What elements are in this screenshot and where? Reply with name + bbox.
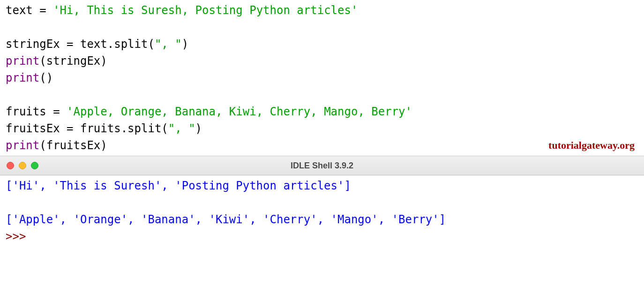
assign-op: = [33, 4, 53, 17]
string-literal: ", " [155, 38, 182, 51]
variable-name: fruitsEx [6, 122, 60, 135]
window-titlebar[interactable]: IDLE Shell 3.9.2 [0, 156, 644, 175]
close-icon[interactable] [7, 162, 14, 169]
string-literal: 'Hi, This is Suresh, Posting Python arti… [53, 4, 358, 17]
string-literal: ", " [168, 122, 195, 135]
assign-op: = [60, 38, 80, 51]
assign-op: = [46, 105, 67, 118]
variable-name: text [6, 4, 33, 17]
maximize-icon[interactable] [31, 162, 38, 169]
shell-output-blank [6, 194, 638, 211]
code-editor[interactable]: text = 'Hi, This is Suresh, Posting Pyth… [0, 0, 644, 156]
arg: fruitsEx [46, 139, 101, 152]
arg: stringEx [46, 54, 101, 68]
open-paren: ( [39, 139, 46, 152]
close-paren: ) [100, 54, 107, 68]
variable-name: fruits [6, 105, 46, 118]
variable-name: stringEx [6, 38, 60, 51]
print-builtin: print [6, 54, 39, 68]
string-literal: 'Apple, Orange, Banana, Kiwi, Cherry, Ma… [67, 105, 412, 118]
empty-parens: () [39, 71, 53, 84]
code-line-3: stringEx = text.split(", ") [6, 36, 638, 53]
code-line-7: fruits = 'Apple, Orange, Banana, Kiwi, C… [6, 103, 638, 120]
shell-prompt[interactable]: >>> [6, 228, 638, 245]
window-title: IDLE Shell 3.9.2 [0, 159, 644, 172]
shell-output-line: ['Apple', 'Orange', 'Banana', 'Kiwi', 'C… [6, 211, 638, 228]
close-paren: ) [195, 122, 202, 135]
minimize-icon[interactable] [19, 162, 26, 169]
close-paren: ) [100, 139, 107, 152]
shell-output[interactable]: ['Hi', 'This is Suresh', 'Posting Python… [0, 175, 644, 247]
code-line-8: fruitsEx = fruits.split(", ") [6, 120, 638, 137]
code-line-blank [6, 86, 638, 103]
close-paren: ) [182, 38, 188, 51]
window-controls [7, 162, 38, 169]
method-call: text.split( [80, 38, 155, 51]
print-builtin: print [6, 139, 39, 152]
print-builtin: print [6, 71, 39, 84]
open-paren: ( [39, 54, 46, 68]
method-call: fruits.split( [80, 122, 168, 135]
shell-output-line: ['Hi', 'This is Suresh', 'Posting Python… [6, 177, 638, 194]
code-line-1: text = 'Hi, This is Suresh, Posting Pyth… [6, 2, 638, 19]
code-line-5: print() [6, 69, 638, 86]
code-line-9: print(fruitsEx) [6, 137, 638, 154]
code-line-blank [6, 19, 638, 36]
watermark-text: tutorialgateway.org [548, 137, 635, 153]
code-line-4: print(stringEx) [6, 53, 638, 69]
assign-op: = [60, 122, 80, 135]
